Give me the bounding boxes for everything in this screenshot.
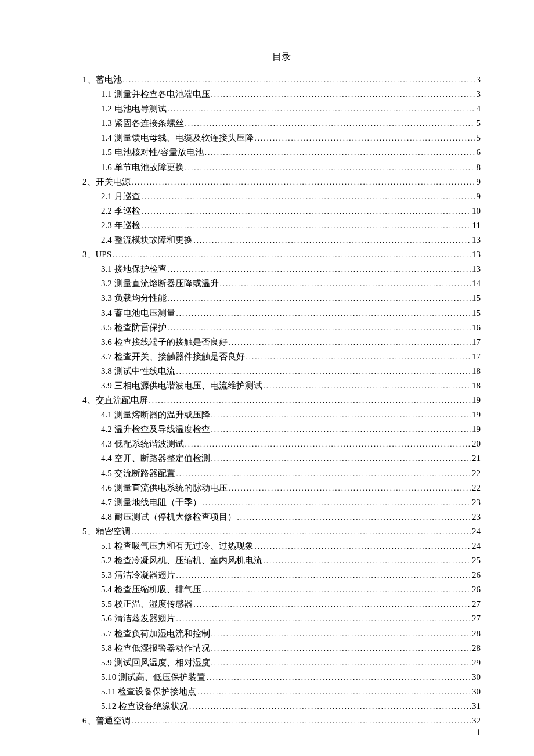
toc-leader-dots — [194, 233, 471, 247]
toc-page: 3 — [477, 87, 481, 101]
toc-entry[interactable]: 1.1 测量并检查各电池端电压3 — [82, 87, 481, 102]
toc-label: 3.6 检查接线端子的接触是否良好 — [101, 335, 228, 349]
toc-entry[interactable]: 4、交直流配电屏19 — [82, 393, 481, 408]
toc-label: 1.1 测量并检查各电池端电压 — [101, 87, 210, 101]
toc-entry[interactable]: 4.2 温升检查及导线温度检查19 — [82, 422, 481, 437]
toc-entry[interactable]: 4.4 空开、断路器整定值检测21 — [82, 451, 481, 466]
toc-entry[interactable]: 4.6 测量直流供电系统的脉动电压22 — [82, 481, 481, 495]
toc-label: 3.4 蓄电池电压测量 — [101, 306, 175, 320]
toc-entry[interactable]: 3、UPS13 — [82, 247, 481, 262]
toc-entry[interactable]: 5.9 测试回风温度、相对湿度29 — [82, 656, 481, 670]
toc-entry[interactable]: 3.7 检查开关、接触器件接触是否良好17 — [82, 350, 481, 364]
toc-page: 16 — [472, 321, 481, 334]
toc-page: 18 — [472, 364, 481, 378]
toc-entry[interactable]: 5.10 测试高、低压保护装置30 — [82, 670, 481, 685]
toc-leader-dots — [246, 350, 471, 364]
toc-entry[interactable]: 4.5 交流断路器配置22 — [82, 466, 481, 481]
toc-leader-dots — [194, 597, 471, 611]
toc-entry[interactable]: 1.6 单节电池故障更换8 — [82, 160, 481, 175]
toc-entry[interactable]: 3.4 蓄电池电压测量15 — [82, 306, 481, 321]
toc-leader-dots — [203, 582, 471, 597]
toc-label: 5.10 测试高、低压保护装置 — [101, 670, 205, 684]
toc-page: 19 — [472, 422, 481, 436]
page-number: 1 — [477, 728, 481, 737]
toc-label: 3、UPS — [82, 247, 111, 261]
toc-leader-dots — [123, 73, 475, 87]
toc-leader-dots — [176, 306, 471, 321]
toc-label: 4.2 温升检查及导线温度检查 — [101, 422, 210, 436]
toc-entry[interactable]: 2.1 月巡查9 — [82, 189, 481, 204]
toc-title: 目录 — [82, 51, 481, 63]
toc-entry[interactable]: 2.2 季巡检10 — [82, 204, 481, 218]
toc-container: 1、蓄电池31.1 测量并检查各电池端电压31.2 电池电导测试41.3 紧固各… — [82, 73, 481, 728]
toc-label: 5.1 检查吸气压力和有无过冷、过热现象 — [101, 539, 254, 553]
toc-label: 4.8 耐压测试（停机大修检查项目） — [101, 510, 236, 524]
toc-leader-dots — [207, 670, 471, 685]
toc-page: 19 — [472, 393, 481, 407]
toc-leader-dots — [132, 175, 475, 189]
toc-entry[interactable]: 3.2 测量直流熔断器压降或温升14 — [82, 276, 481, 291]
toc-leader-dots — [255, 539, 471, 553]
toc-entry[interactable]: 3.3 负载均分性能15 — [82, 291, 481, 305]
toc-entry[interactable]: 1.4 测量馈电母线、电缆及软连接头压降5 — [82, 131, 481, 145]
toc-leader-dots — [149, 393, 471, 408]
toc-label: 4.7 测量地线电阻（干季） — [101, 495, 201, 509]
toc-page: 24 — [472, 539, 481, 553]
toc-entry[interactable]: 4.3 低配系统谐波测试20 — [82, 437, 481, 451]
toc-entry[interactable]: 5.3 清洁冷凝器翅片26 — [82, 568, 481, 582]
toc-entry[interactable]: 4.7 测量地线电阻（干季）23 — [82, 495, 481, 510]
toc-label: 5.5 校正温、湿度传感器 — [101, 597, 193, 611]
toc-entry[interactable]: 6、普通空调32 — [82, 714, 481, 728]
toc-entry[interactable]: 5.8 检查低湿报警器动作情况28 — [82, 641, 481, 656]
toc-page: 13 — [472, 262, 481, 276]
toc-label: 1.6 单节电池故障更换 — [101, 160, 184, 174]
toc-label: 4.3 低配系统谐波测试 — [101, 437, 184, 451]
toc-label: 4、交直流配电屏 — [82, 393, 148, 407]
toc-entry[interactable]: 5.4 检查压缩机吸、排气压26 — [82, 582, 481, 597]
toc-entry[interactable]: 4.8 耐压测试（停机大修检查项目）23 — [82, 510, 481, 524]
toc-leader-dots — [211, 408, 471, 422]
toc-label: 5、精密空调 — [82, 524, 131, 538]
toc-entry[interactable]: 2.4 整流模块故障和更换13 — [82, 233, 481, 247]
toc-label: 1、蓄电池 — [82, 73, 122, 87]
toc-entry[interactable]: 4.1 测量熔断器的温升或压降19 — [82, 408, 481, 422]
toc-entry[interactable]: 5.12 检查设备绝缘状况31 — [82, 699, 481, 714]
toc-label: 5.11 检查设备保护接地点 — [101, 685, 196, 699]
toc-entry[interactable]: 5、精密空调24 — [82, 524, 481, 539]
toc-entry[interactable]: 5.5 校正温、湿度传感器27 — [82, 597, 481, 611]
toc-entry[interactable]: 2、开关电源9 — [82, 175, 481, 189]
toc-entry[interactable]: 1.3 紧固各连接条螺丝5 — [82, 116, 481, 131]
toc-page: 30 — [472, 685, 481, 699]
toc-leader-dots — [229, 335, 471, 350]
toc-label: 4.5 交流断路器配置 — [101, 466, 175, 480]
toc-entry[interactable]: 5.2 检查冷凝风机、压缩机、室内风机电流25 — [82, 553, 481, 568]
toc-page: 5 — [477, 131, 481, 145]
toc-entry[interactable]: 2.3 年巡检11 — [82, 218, 481, 233]
toc-entry[interactable]: 3.6 检查接线端子的接触是否良好17 — [82, 335, 481, 350]
toc-leader-dots — [168, 291, 471, 305]
toc-entry[interactable]: 5.7 检查负荷加湿电流和控制28 — [82, 627, 481, 641]
toc-entry[interactable]: 5.1 检查吸气压力和有无过冷、过热现象24 — [82, 539, 481, 553]
toc-leader-dots — [197, 685, 471, 699]
toc-page: 10 — [472, 204, 481, 218]
toc-entry[interactable]: 1、蓄电池3 — [82, 73, 481, 87]
toc-label: 4.1 测量熔断器的温升或压降 — [101, 408, 210, 422]
toc-entry[interactable]: 5.11 检查设备保护接地点30 — [82, 685, 481, 699]
toc-entry[interactable]: 3.1 接地保护检查13 — [82, 262, 481, 276]
toc-label: 2、开关电源 — [82, 175, 131, 189]
toc-label: 5.2 检查冷凝风机、压缩机、室内风机电流 — [101, 553, 262, 567]
toc-leader-dots — [211, 87, 475, 102]
toc-entry[interactable]: 1.5 电池核对性/容量放电池6 — [82, 145, 481, 160]
toc-leader-dots — [176, 364, 471, 379]
toc-page: 3 — [477, 73, 481, 87]
toc-entry[interactable]: 5.6 清洁蒸发器翅片27 — [82, 611, 481, 626]
toc-page: 28 — [472, 641, 481, 655]
toc-entry[interactable]: 3.5 检查防雷保护16 — [82, 321, 481, 335]
toc-leader-dots — [185, 160, 475, 175]
toc-leader-dots — [189, 699, 471, 714]
toc-entry[interactable]: 3.8 测试中性线电流18 — [82, 364, 481, 379]
toc-entry[interactable]: 1.2 电池电导测试4 — [82, 102, 481, 116]
toc-page: 23 — [472, 495, 481, 509]
toc-label: 5.6 清洁蒸发器翅片 — [101, 611, 175, 625]
toc-entry[interactable]: 3.9 三相电源供电谐波电压、电流维护测试18 — [82, 379, 481, 393]
